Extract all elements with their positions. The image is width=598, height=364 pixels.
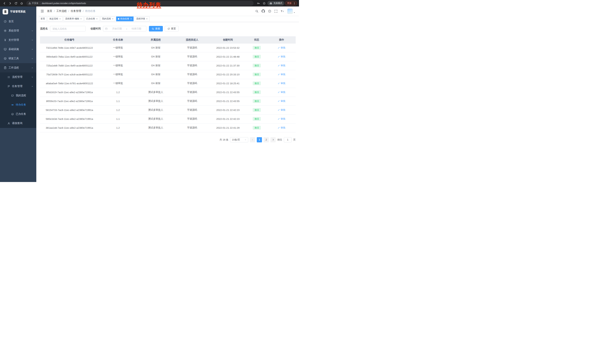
- sidebar-item-workflow[interactable]: 工作流程: [0, 63, 36, 73]
- date-range-picker[interactable]: 开始日期 - 结束日期: [103, 26, 146, 32]
- cell-task-id: 8f0d1619-7ac8-11ec-a9e2-a2380e71991a: [40, 88, 99, 97]
- fullscreen-button[interactable]: [274, 10, 277, 13]
- close-icon[interactable]: ×: [130, 18, 132, 20]
- close-icon[interactable]: ×: [112, 18, 114, 20]
- table-row: 8f059c03-7ac8-11ec-a9e2-a2380e71991a 1.1…: [40, 97, 296, 105]
- close-icon[interactable]: ×: [96, 18, 98, 20]
- sidebar-item-system[interactable]: 系统管理: [0, 26, 36, 35]
- edit-icon: [278, 73, 280, 75]
- sidebar-item-label: 任务管理: [12, 85, 22, 88]
- breadcrumb-task-management[interactable]: 任务管理: [71, 9, 81, 13]
- password-key-button[interactable]: [256, 1, 261, 6]
- tab-label: 我的流程: [102, 17, 111, 20]
- tab-process-form-edit[interactable]: 流程表单-编辑 ×: [64, 16, 84, 21]
- status-badge: 激活: [253, 55, 261, 58]
- cell-starter: 芋道源码: [174, 43, 210, 52]
- update-label: 更新: [287, 2, 291, 5]
- prev-page-button[interactable]: [250, 137, 255, 142]
- tab-process-detail[interactable]: 流程详情 ×: [134, 16, 150, 21]
- forward-button[interactable]: [8, 1, 13, 6]
- create-time-label: 创建时间: [91, 27, 101, 30]
- goto-page-input[interactable]: [284, 137, 291, 142]
- close-icon[interactable]: ×: [146, 18, 148, 20]
- tab-todo-tasks[interactable]: 待办任务 ×: [116, 16, 133, 21]
- tab-label: 发起流程: [49, 17, 58, 20]
- tab-done-tasks[interactable]: 已办任务 ×: [84, 16, 100, 21]
- user-menu[interactable]: [287, 8, 295, 14]
- github-link-button[interactable]: [262, 9, 265, 13]
- rabbit-logo-icon: [3, 9, 8, 15]
- sidebar-item-task-management[interactable]: 任务管理: [0, 82, 36, 91]
- page: { "annotation": { "title": "待办列表" }, "br…: [0, 0, 299, 182]
- tab-home[interactable]: 首页: [39, 16, 47, 21]
- help-button[interactable]: ?: [268, 10, 271, 13]
- approve-link[interactable]: 审批: [278, 55, 285, 58]
- sidebar-item-todo-tasks[interactable]: 待办任务: [0, 100, 36, 109]
- cell-actions: 审批: [267, 97, 296, 105]
- sidebar-collapse-button[interactable]: [39, 9, 46, 13]
- header-search-button[interactable]: [255, 10, 258, 13]
- font-size-icon: TT: [281, 10, 284, 13]
- sidebar-item-label: 待办任务: [16, 103, 26, 106]
- approve-link[interactable]: 审批: [278, 90, 285, 94]
- sidebar-item-done-tasks[interactable]: 已办任务: [0, 109, 36, 119]
- approve-link[interactable]: 审批: [278, 82, 285, 85]
- font-size-button[interactable]: TT: [281, 10, 284, 13]
- cell-status: 激活: [246, 70, 267, 79]
- approve-link[interactable]: 审批: [278, 46, 285, 49]
- sidebar-item-leave-query[interactable]: 请假查询: [0, 119, 36, 128]
- cell-task-name: 1.1: [99, 97, 137, 105]
- back-button[interactable]: [2, 1, 7, 6]
- sidebar-item-my-processes[interactable]: 我的流程: [0, 91, 36, 100]
- breadcrumb-home[interactable]: 首页: [47, 9, 52, 13]
- caret-down-icon: [293, 12, 295, 14]
- page-button-2[interactable]: 2: [264, 137, 269, 142]
- app-logo[interactable]: 芋道管理系统: [0, 7, 36, 17]
- search-icon: [152, 28, 154, 30]
- page-button-1[interactable]: 1: [257, 137, 262, 142]
- sidebar-item-infrastructure[interactable]: 基础设施: [0, 45, 36, 54]
- breadcrumb-workflow[interactable]: 工作流程: [56, 9, 67, 13]
- search-button[interactable]: 搜索: [149, 26, 163, 32]
- approve-link[interactable]: 审批: [278, 126, 285, 129]
- browser-menu-button[interactable]: [292, 1, 296, 5]
- edit-icon: [278, 109, 280, 111]
- table-row: 580e1b3d-7ac8-11ec-a9e2-a2380e71991a 1.1…: [40, 114, 296, 123]
- reset-button[interactable]: 重置: [165, 26, 179, 32]
- user-icon: [8, 122, 10, 125]
- chrome-update-button[interactable]: 更新: [285, 1, 297, 6]
- cell-status: 激活: [246, 123, 267, 132]
- bookmark-star-button[interactable]: [262, 1, 266, 6]
- sidebar-item-label: 研发工具: [8, 57, 19, 60]
- approve-link[interactable]: 审批: [278, 73, 285, 76]
- next-page-button[interactable]: [270, 137, 276, 142]
- cell-task-id: 58154733-7ac8-11ec-a9e2-a2380e71991a: [40, 105, 99, 114]
- sidebar-item-home[interactable]: 首页: [0, 17, 36, 26]
- cell-create-time: 2022-01-22 21:48:48: [210, 52, 246, 61]
- cell-starter: 芋道源码: [174, 97, 210, 105]
- todo-task-table: 任务编号 任务名称 所属流程 流程发起人 创建时间 状态 操作 73211d9d…: [40, 36, 296, 132]
- tab-my-processes[interactable]: 我的流程 ×: [100, 16, 116, 21]
- cell-task-name: 一级审批: [99, 79, 137, 88]
- approve-link[interactable]: 审批: [278, 117, 285, 121]
- close-icon[interactable]: ×: [80, 18, 82, 20]
- cell-create-time: 2022-01-22 20:33:10: [210, 70, 246, 79]
- approve-link[interactable]: 审批: [278, 99, 285, 103]
- tab-start-process[interactable]: 发起流程 ×: [48, 16, 63, 21]
- sidebar-item-process-management[interactable]: 流程管理: [0, 73, 36, 82]
- column-actions: 操作: [267, 36, 296, 43]
- tab-label: 待办任务: [120, 17, 129, 20]
- incognito-label: 无痕模式: [274, 2, 282, 5]
- cell-task-id: 725a1eb6-7b88-11ec-8ef0-acde48001122: [40, 61, 99, 70]
- approve-link[interactable]: 审批: [278, 64, 285, 67]
- sidebar-item-dev-tools[interactable]: 研发工具: [0, 54, 36, 63]
- security-status[interactable]: 不安全: [29, 2, 39, 5]
- home-button[interactable]: [19, 1, 24, 6]
- approve-link[interactable]: 审批: [278, 108, 285, 112]
- close-icon[interactable]: ×: [59, 18, 61, 20]
- process-name-input[interactable]: [50, 26, 86, 32]
- reload-button[interactable]: [13, 1, 18, 6]
- page-size-select[interactable]: 10条/页: [230, 137, 248, 142]
- cell-starter: 芋道源码: [174, 79, 210, 88]
- sidebar-item-payment[interactable]: 支付管理: [0, 35, 36, 45]
